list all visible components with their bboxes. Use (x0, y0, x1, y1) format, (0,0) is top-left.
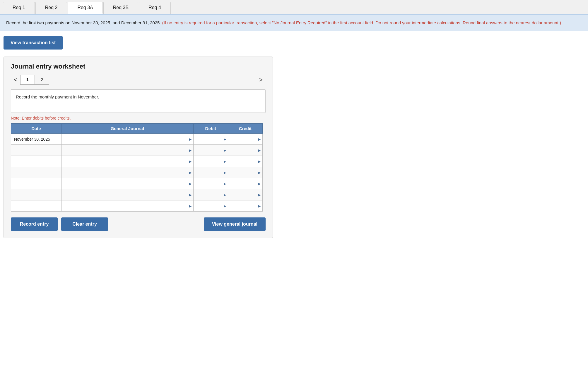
tab-req3b[interactable]: Req 3B (103, 2, 138, 14)
general-journal-input-3[interactable] (61, 167, 193, 178)
clear-entry-button[interactable]: Clear entry (61, 217, 108, 231)
credit-input-2[interactable] (228, 156, 262, 167)
debit-input-0[interactable] (194, 134, 228, 144)
general-journal-input-5[interactable] (61, 189, 193, 200)
info-black-text: Record the first two payments on Novembe… (6, 20, 161, 25)
credit-input-6[interactable] (228, 200, 262, 211)
tab-req1[interactable]: Req 1 (3, 2, 35, 14)
credit-input-0[interactable] (228, 134, 262, 144)
general-journal-cell-3[interactable] (61, 167, 193, 178)
credit-cell-3[interactable] (228, 167, 262, 178)
header-date: Date (11, 124, 61, 134)
tab-req4[interactable]: Req 4 (139, 2, 171, 14)
description-box: Record the monthly payment in November. (11, 89, 266, 113)
tabs-bar: Req 1 Req 2 Req 3A Req 3B Req 4 (0, 0, 588, 14)
view-general-journal-button[interactable]: View general journal (204, 217, 266, 231)
debit-cell-5[interactable] (193, 189, 228, 200)
worksheet-title: Journal entry worksheet (11, 63, 266, 70)
table-row (11, 145, 263, 156)
entry-tabs: 1 2 (20, 75, 49, 85)
view-transaction-button[interactable]: View transaction list (4, 36, 63, 50)
worksheet-container: Journal entry worksheet < 1 2 > Record t… (4, 57, 273, 238)
entry-tab-2[interactable]: 2 (35, 75, 49, 84)
debit-cell-3[interactable] (193, 167, 228, 178)
bottom-buttons: Record entry Clear entry View general jo… (11, 217, 266, 231)
date-cell-5 (11, 189, 61, 200)
date-cell-6 (11, 200, 61, 212)
general-journal-cell-1[interactable] (61, 145, 193, 156)
general-journal-input-6[interactable] (61, 200, 193, 211)
note-text: Note: Enter debits before credits. (11, 116, 266, 120)
journal-table: Date General Journal Debit Credit Novemb… (11, 123, 263, 212)
debit-input-5[interactable] (194, 189, 228, 200)
debit-cell-4[interactable] (193, 178, 228, 189)
debit-cell-1[interactable] (193, 145, 228, 156)
table-row (11, 178, 263, 189)
general-journal-input-0[interactable] (61, 134, 193, 144)
credit-input-5[interactable] (228, 189, 262, 200)
date-cell-0: November 30, 2025 (11, 134, 61, 145)
entry-navigation: < 1 2 > (11, 75, 266, 85)
debit-cell-2[interactable] (193, 156, 228, 167)
general-journal-input-2[interactable] (61, 156, 193, 167)
nav-left-arrow[interactable]: < (11, 75, 20, 84)
debit-cell-0[interactable] (193, 134, 228, 145)
header-general-journal: General Journal (61, 124, 193, 134)
credit-cell-5[interactable] (228, 189, 262, 200)
nav-right-arrow[interactable]: > (256, 75, 266, 84)
entry-tab-1[interactable]: 1 (20, 75, 35, 84)
debit-input-6[interactable] (194, 200, 228, 211)
general-journal-cell-5[interactable] (61, 189, 193, 200)
info-red-text: (If no entry is required for a particula… (162, 20, 561, 25)
credit-cell-2[interactable] (228, 156, 262, 167)
general-journal-input-4[interactable] (61, 178, 193, 189)
credit-input-3[interactable] (228, 167, 262, 178)
credit-cell-1[interactable] (228, 145, 262, 156)
general-journal-cell-2[interactable] (61, 156, 193, 167)
info-banner: Record the first two payments on Novembe… (0, 14, 588, 31)
date-cell-4 (11, 178, 61, 189)
record-entry-button[interactable]: Record entry (11, 217, 58, 231)
debit-input-4[interactable] (194, 178, 228, 189)
header-debit: Debit (193, 124, 228, 134)
table-row (11, 189, 263, 200)
credit-cell-6[interactable] (228, 200, 262, 212)
credit-cell-4[interactable] (228, 178, 262, 189)
credit-cell-0[interactable] (228, 134, 262, 145)
credit-input-4[interactable] (228, 178, 262, 189)
credit-input-1[interactable] (228, 145, 262, 156)
debit-input-1[interactable] (194, 145, 228, 156)
tab-req3a[interactable]: Req 3A (68, 2, 102, 14)
table-row (11, 200, 263, 212)
general-journal-cell-6[interactable] (61, 200, 193, 212)
table-row: November 30, 2025 (11, 134, 263, 145)
general-journal-cell-4[interactable] (61, 178, 193, 189)
tab-req2[interactable]: Req 2 (35, 2, 67, 14)
debit-input-3[interactable] (194, 167, 228, 178)
date-cell-1 (11, 145, 61, 156)
general-journal-cell-0[interactable] (61, 134, 193, 145)
date-cell-3 (11, 167, 61, 178)
date-cell-2 (11, 156, 61, 167)
debit-input-2[interactable] (194, 156, 228, 167)
header-credit: Credit (228, 124, 262, 134)
debit-cell-6[interactable] (193, 200, 228, 212)
table-row (11, 156, 263, 167)
table-row (11, 167, 263, 178)
general-journal-input-1[interactable] (61, 145, 193, 156)
